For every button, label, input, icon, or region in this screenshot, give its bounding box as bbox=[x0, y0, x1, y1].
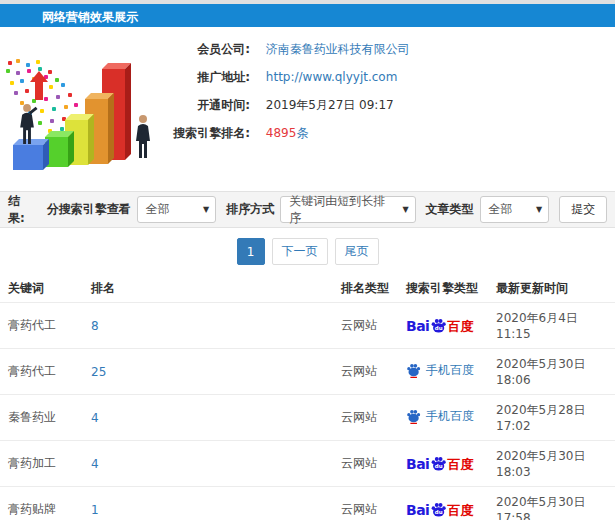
keyword-cell: 膏药代工 bbox=[0, 349, 85, 395]
baidu-mobile-paw-icon bbox=[406, 409, 421, 424]
table-header-cell: 排名 bbox=[85, 275, 335, 303]
baidu-logo-bai-text: Bai bbox=[406, 457, 429, 471]
updated-cell: 2020年5月30日 17:58 bbox=[490, 487, 615, 520]
keyword-cell: 膏药加工 bbox=[0, 441, 85, 487]
rank-count-number: 4895 bbox=[266, 126, 297, 140]
rank-cell: 4 bbox=[85, 441, 335, 487]
keyword-cell: 膏药贴牌 bbox=[0, 487, 85, 520]
rank-cell: 1 bbox=[85, 487, 335, 520]
sort-select-value: 关键词由短到长排序 bbox=[289, 193, 396, 227]
engine-filter-label: 分搜索引擎查看 bbox=[47, 201, 131, 218]
rank-type-cell: 云网站 bbox=[335, 349, 400, 395]
keyword-rank-table: 关键词排名排名类型搜索引擎类型最新更新时间 膏药代工8云网站Baidu百度202… bbox=[0, 275, 615, 520]
table-header-cell: 排名类型 bbox=[335, 275, 400, 303]
rank-link[interactable]: 8 bbox=[91, 319, 99, 333]
rank-count-value: 4895条 bbox=[266, 126, 309, 140]
type-select[interactable]: 全部 ▼ bbox=[480, 196, 550, 223]
svg-text:du: du bbox=[435, 462, 443, 468]
engine-cell: Baidu百度 bbox=[400, 303, 490, 349]
info-row-rank-count: 搜索引擎排名: 4895条 bbox=[150, 119, 615, 147]
open-time-value: 2019年5月27日 09:17 bbox=[266, 98, 394, 112]
engine-cell: 手机百度 bbox=[400, 349, 490, 395]
table-row: 秦鲁药业4云网站手机百度2020年5月28日 17:02 bbox=[0, 395, 615, 441]
svg-text:du: du bbox=[435, 508, 443, 514]
updated-cell: 2020年5月30日 18:06 bbox=[490, 349, 615, 395]
confetti-dots bbox=[8, 61, 12, 65]
baidu-logo-cn-text: 百度 bbox=[447, 320, 473, 333]
result-label: 结果: bbox=[8, 193, 37, 227]
rank-type-cell: 云网站 bbox=[335, 441, 400, 487]
page-button-current[interactable]: 1 bbox=[237, 238, 265, 265]
baidu-paw-icon: du bbox=[430, 318, 447, 333]
page-title: 网络营销效果展示 bbox=[0, 10, 138, 24]
baidu-mobile-label: 手机百度 bbox=[426, 410, 474, 422]
updated-cell: 2020年5月28日 17:02 bbox=[490, 395, 615, 441]
sort-select[interactable]: 关键词由短到长排序 ▼ bbox=[280, 196, 415, 223]
header-bar: 网络营销效果展示 bbox=[0, 4, 615, 27]
bar-chart-illustration bbox=[0, 27, 178, 179]
rank-type-cell: 云网站 bbox=[335, 395, 400, 441]
keyword-cell: 秦鲁药业 bbox=[0, 395, 85, 441]
submit-button[interactable]: 提交 bbox=[559, 196, 607, 223]
rank-cell: 4 bbox=[85, 395, 335, 441]
company-link[interactable]: 济南秦鲁药业科技有限公司 bbox=[266, 42, 410, 56]
baidu-logo-bai-text: Bai bbox=[406, 503, 429, 517]
baidu-mobile-logo: 手机百度 bbox=[406, 363, 474, 378]
table-header-cell: 搜索引擎类型 bbox=[400, 275, 490, 303]
rank-link[interactable]: 4 bbox=[91, 411, 99, 425]
last-page-button[interactable]: 尾页 bbox=[335, 238, 379, 265]
info-row-company: 会员公司: 济南秦鲁药业科技有限公司 bbox=[150, 35, 615, 63]
page: 网络营销效果展示 会员公司: bbox=[0, 0, 615, 520]
baidu-logo-bai-text: Bai bbox=[406, 319, 429, 333]
businessman-right bbox=[132, 114, 154, 160]
engine-cell: 手机百度 bbox=[400, 395, 490, 441]
rank-cell: 8 bbox=[85, 303, 335, 349]
filter-bar: 结果: 分搜索引擎查看 全部 ▼ 排序方式 关键词由短到长排序 ▼ 文章类型 全… bbox=[0, 191, 615, 228]
table-row: 膏药贴牌1云网站Baidu百度2020年5月30日 17:58 bbox=[0, 487, 615, 520]
rank-count-suffix: 条 bbox=[296, 126, 308, 140]
table-header: 关键词排名排名类型搜索引擎类型最新更新时间 bbox=[0, 275, 615, 303]
baidu-pc-logo: Baidu百度 bbox=[406, 502, 473, 517]
updated-cell: 2020年6月4日 11:15 bbox=[490, 303, 615, 349]
baidu-mobile-logo: 手机百度 bbox=[406, 409, 474, 424]
chevron-down-icon: ▼ bbox=[536, 205, 542, 214]
engine-select-value: 全部 bbox=[146, 201, 170, 218]
sort-filter-label: 排序方式 bbox=[226, 201, 274, 218]
table-row: 膏药加工4云网站Baidu百度2020年5月30日 18:03 bbox=[0, 441, 615, 487]
businessman-left bbox=[17, 103, 39, 146]
rank-link[interactable]: 1 bbox=[91, 503, 99, 517]
rank-type-cell: 云网站 bbox=[335, 487, 400, 520]
info-section: 会员公司: 济南秦鲁药业科技有限公司 推广地址: http://www.qlyy… bbox=[0, 27, 615, 179]
promo-url-link[interactable]: http://www.qlyyjt.com bbox=[266, 70, 398, 84]
pagination: 1 下一页 尾页 bbox=[0, 228, 615, 275]
updated-cell: 2020年5月30日 18:03 bbox=[490, 441, 615, 487]
baidu-pc-logo: Baidu百度 bbox=[406, 456, 473, 471]
rank-type-cell: 云网站 bbox=[335, 303, 400, 349]
baidu-mobile-paw-icon bbox=[406, 363, 421, 378]
engine-cell: Baidu百度 bbox=[400, 441, 490, 487]
svg-text:du: du bbox=[435, 324, 443, 330]
info-row-url: 推广地址: http://www.qlyyjt.com bbox=[150, 63, 615, 91]
info-row-open-time: 开通时间: 2019年5月27日 09:17 bbox=[150, 91, 615, 119]
baidu-pc-logo: Baidu百度 bbox=[406, 318, 473, 333]
keyword-cell: 膏药代工 bbox=[0, 303, 85, 349]
info-rows: 会员公司: 济南秦鲁药业科技有限公司 推广地址: http://www.qlyy… bbox=[150, 27, 615, 147]
table-header-cell: 关键词 bbox=[0, 275, 85, 303]
rank-link[interactable]: 25 bbox=[91, 365, 106, 379]
rank-cell: 25 bbox=[85, 349, 335, 395]
illustration-bar-blue bbox=[13, 145, 43, 170]
chevron-down-icon: ▼ bbox=[402, 205, 408, 214]
baidu-logo-cn-text: 百度 bbox=[447, 504, 473, 517]
type-select-value: 全部 bbox=[489, 201, 513, 218]
table-row: 膏药代工25云网站手机百度2020年5月30日 18:06 bbox=[0, 349, 615, 395]
table-header-cell: 最新更新时间 bbox=[490, 275, 615, 303]
baidu-paw-icon: du bbox=[430, 456, 447, 471]
baidu-mobile-label: 手机百度 bbox=[426, 364, 474, 376]
type-filter-label: 文章类型 bbox=[426, 201, 474, 218]
next-page-button[interactable]: 下一页 bbox=[272, 238, 328, 265]
rank-link[interactable]: 4 bbox=[91, 457, 99, 471]
baidu-paw-icon: du bbox=[430, 502, 447, 517]
engine-cell: Baidu百度 bbox=[400, 487, 490, 520]
engine-select[interactable]: 全部 ▼ bbox=[137, 196, 217, 223]
chevron-down-icon: ▼ bbox=[203, 205, 209, 214]
